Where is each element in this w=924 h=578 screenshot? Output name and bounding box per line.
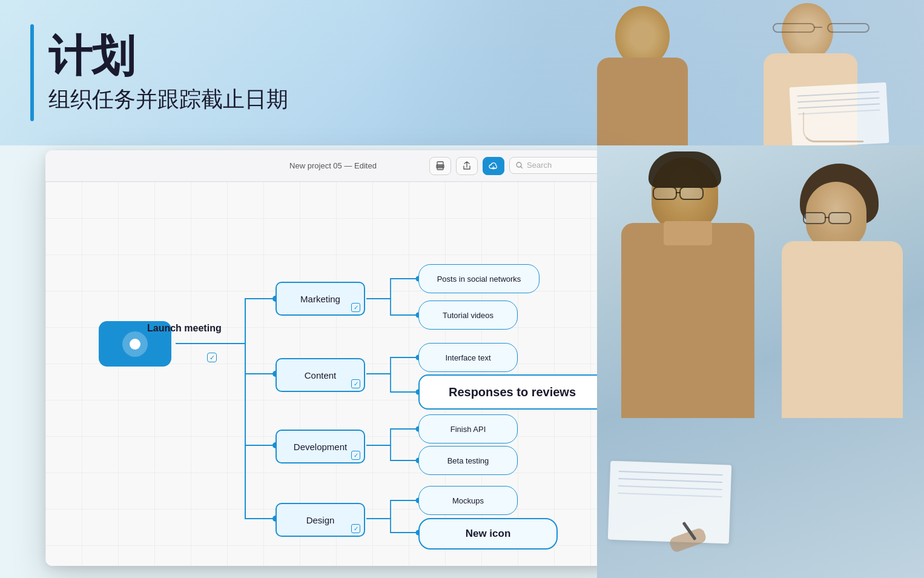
hero-title: 计划 — [48, 27, 134, 85]
search-icon — [516, 162, 523, 169]
toolbar-buttons: Search — [429, 157, 606, 175]
marketing-check: ✓ — [351, 303, 360, 312]
cloud-icon — [489, 161, 498, 171]
design-check: ✓ — [351, 524, 360, 533]
print-button[interactable] — [429, 157, 451, 175]
search-bar[interactable]: Search — [509, 157, 606, 174]
project-title: New project 05 — Edited — [289, 161, 377, 170]
share-icon — [462, 161, 472, 171]
svg-rect-0 — [437, 162, 443, 166]
branch-development[interactable]: Development ✓ — [276, 430, 365, 463]
content-check: ✓ — [351, 379, 360, 388]
share-button[interactable] — [456, 157, 478, 175]
root-check-icon: ✓ — [207, 353, 217, 362]
hero-section: 计划 组织任务并跟踪截止日期 — [0, 0, 924, 145]
leaf-new-icon[interactable]: New icon — [418, 518, 558, 550]
right-photo-area — [597, 145, 924, 578]
leaf-finish-api[interactable]: Finish API — [418, 414, 518, 443]
print-icon — [435, 161, 445, 171]
leaf-mockups[interactable]: Mockups — [418, 486, 518, 515]
cloud-button[interactable] — [483, 157, 504, 175]
leaf-posts-social[interactable]: Posts in social networks — [418, 264, 540, 293]
search-placeholder: Search — [527, 161, 552, 170]
svg-point-3 — [441, 165, 443, 167]
canvas-area: Launch meeting ✓ Marketing ✓ Posts in so… — [45, 182, 621, 566]
branch-marketing[interactable]: Marketing ✓ — [276, 282, 365, 316]
root-label: Launch meeting — [147, 322, 222, 334]
leaf-tutorial-videos[interactable]: Tutorial videos — [418, 301, 518, 330]
leaf-responses-reviews[interactable]: Responses to reviews — [418, 374, 606, 410]
leaf-beta-testing[interactable]: Beta testing — [418, 446, 518, 475]
app-window: New project 05 — Edited — [45, 150, 621, 566]
accent-bar — [30, 24, 34, 121]
hero-subtitle: 组织任务并跟踪截止日期 — [48, 85, 288, 115]
branch-design[interactable]: Design ✓ — [276, 503, 365, 537]
leaf-interface-text[interactable]: Interface text — [418, 343, 518, 372]
development-check: ✓ — [351, 451, 360, 460]
hero-photo — [379, 0, 924, 145]
title-bar: New project 05 — Edited — [45, 150, 621, 182]
branch-content[interactable]: Content ✓ — [276, 358, 365, 392]
